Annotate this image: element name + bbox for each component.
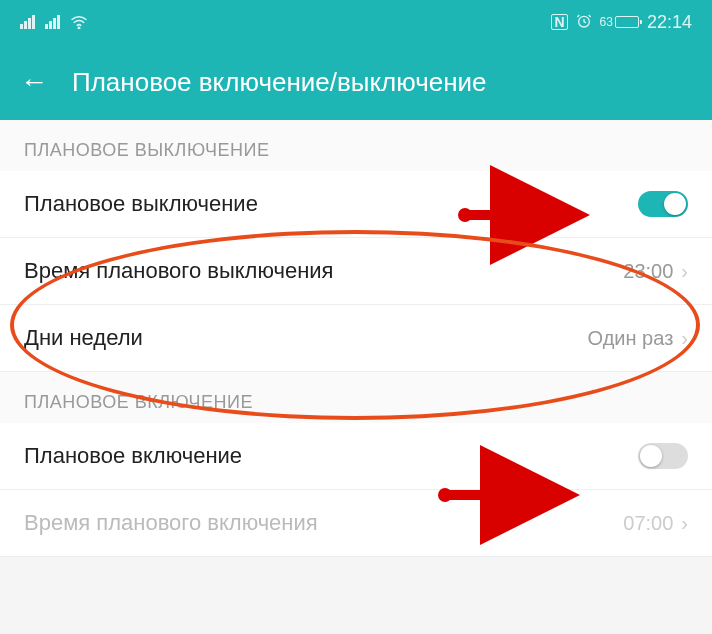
battery-percent: 63 [600, 15, 613, 29]
battery-icon: 63 [600, 15, 639, 29]
row-off-days[interactable]: Дни недели Один раз › [0, 305, 712, 372]
toggle-row-scheduled-on[interactable]: Плановое включение [0, 423, 712, 490]
toggle-scheduled-off[interactable] [638, 191, 688, 217]
off-time-value: 23:00 [623, 260, 673, 283]
svg-point-0 [78, 27, 80, 29]
on-time-label: Время планового включения [24, 510, 318, 536]
signal-icon-2 [45, 15, 60, 29]
toggle-row-scheduled-off[interactable]: Плановое выключение [0, 171, 712, 238]
nfc-icon: N [551, 14, 567, 30]
row-on-time: Время планового включения 07:00 › [0, 490, 712, 557]
page-title: Плановое включение/выключение [72, 67, 487, 98]
wifi-icon [70, 15, 88, 29]
signal-icon-1 [20, 15, 35, 29]
off-days-label: Дни недели [24, 325, 143, 351]
toggle-label-on: Плановое включение [24, 443, 242, 469]
chevron-right-icon: › [681, 327, 688, 350]
status-bar: N 63 22:14 [0, 0, 712, 44]
off-days-value: Один раз [588, 327, 674, 350]
section-header-on: ПЛАНОВОЕ ВКЛЮЧЕНИЕ [0, 372, 712, 423]
chevron-right-icon: › [681, 260, 688, 283]
off-time-label: Время планового выключения [24, 258, 334, 284]
status-time: 22:14 [647, 12, 692, 33]
row-off-time[interactable]: Время планового выключения 23:00 › [0, 238, 712, 305]
app-header: ← Плановое включение/выключение [0, 44, 712, 120]
chevron-right-icon: › [681, 512, 688, 535]
toggle-label-off: Плановое выключение [24, 191, 258, 217]
alarm-icon [576, 13, 592, 32]
back-button[interactable]: ← [20, 66, 48, 98]
toggle-scheduled-on[interactable] [638, 443, 688, 469]
on-time-value: 07:00 [623, 512, 673, 535]
section-header-off: ПЛАНОВОЕ ВЫКЛЮЧЕНИЕ [0, 120, 712, 171]
